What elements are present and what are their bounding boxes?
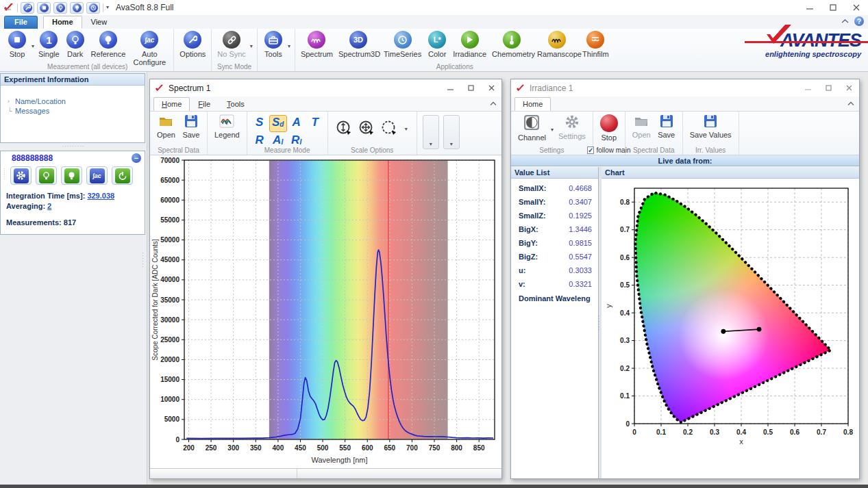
tools-button[interactable]: Tools (260, 30, 286, 59)
collapse-device-button[interactable]: − (132, 153, 141, 163)
spectrum-tab-home[interactable]: Home (153, 97, 190, 111)
raman-wave-icon (548, 31, 566, 49)
options-button[interactable]: Options (177, 30, 208, 59)
app-timeseries-button[interactable]: TimeSeries (381, 30, 424, 59)
irradiance-tab-home[interactable]: Home (514, 97, 551, 111)
sidebar-resize-handle[interactable]: · · · · · · (142, 252, 145, 268)
dark-button[interactable]: Dark (62, 30, 88, 59)
tab-home[interactable]: Home (43, 16, 82, 29)
save-button[interactable]: Save (179, 114, 203, 140)
help-icon[interactable]: ? (854, 16, 864, 26)
extra-dropdown-2[interactable]: ▾ (443, 115, 460, 149)
app-thinfilm-button[interactable]: Thinfilm (580, 30, 612, 59)
close-button[interactable] (845, 0, 868, 15)
quick-access-stop-button[interactable] (37, 2, 51, 14)
scale-zoom-button[interactable] (381, 120, 397, 138)
settings-button[interactable]: Settings (555, 114, 589, 141)
spectrum-titlebar[interactable]: Spectrum 1 (150, 79, 501, 97)
quick-access-autoconfig-button[interactable] (86, 2, 100, 14)
mode-absorbance-button[interactable]: A (288, 115, 306, 132)
ribbon-group-options: Options (174, 29, 212, 71)
irradiance-titlebar[interactable]: Irradiance 1 (511, 79, 859, 97)
spectrum-chart[interactable]: 0500010000150002000025000300003500040000… (150, 155, 501, 468)
avasoft-application: ▾ AvaSoft 8.8 Full File Home View ? Stop… (0, 0, 868, 488)
channel-dropdown-caret[interactable]: ▾ (549, 127, 555, 133)
app-chemometry-button[interactable]: Chemometry (489, 30, 534, 59)
spectrum-chart-area[interactable]: 0500010000150002000025000300003500040000… (150, 155, 501, 468)
minimize-button[interactable] (798, 0, 821, 15)
cie-chromaticity-chart[interactable]: 00.10.20.30.40.50.60.70.800.10.20.30.40.… (602, 179, 858, 450)
svg-text:0.8: 0.8 (620, 198, 630, 206)
open-button[interactable]: Open (153, 114, 179, 140)
checkbox-icon[interactable]: ✓ (587, 146, 594, 154)
minimize-button[interactable] (797, 80, 818, 97)
averaging-value[interactable]: 2 (47, 202, 51, 210)
reference-button[interactable]: Reference (88, 30, 129, 59)
single-button[interactable]: 1Single (36, 30, 62, 59)
quick-access-options-button[interactable] (21, 2, 34, 14)
quick-access-customize-caret[interactable]: ▾ (106, 5, 109, 10)
sync-dropdown-caret[interactable]: ▾ (249, 43, 254, 49)
device-dark-button[interactable] (36, 166, 57, 185)
tree-item-name-location[interactable]: ›Name/Location (8, 97, 140, 106)
open-button[interactable]: Open (629, 114, 654, 140)
tab-view[interactable]: View (82, 16, 116, 29)
legend-button[interactable]: Legend (211, 114, 243, 140)
tree-item-messages[interactable]: └Messages (8, 106, 140, 116)
app-irradiance-button[interactable]: Irradiance (450, 30, 489, 59)
minimize-button[interactable] (440, 80, 460, 97)
app-color-button[interactable]: L*Color (424, 30, 450, 59)
toolbar-collapse-icon[interactable] (490, 99, 497, 107)
spectrum-tab-tools[interactable]: Tools (219, 97, 253, 111)
app-ramanscope-button[interactable]: Ramanscope (534, 30, 580, 59)
expand-icon[interactable]: › (8, 98, 13, 105)
sidebar-splitter[interactable]: ········· (0, 143, 147, 149)
wrench-icon (184, 31, 201, 49)
cie-chart-area[interactable]: 00.10.20.30.40.50.60.70.800.10.20.30.40.… (602, 179, 859, 478)
app-spectrum-button[interactable]: Spectrum (298, 30, 336, 59)
group-measure-mode: S Sd A T R AI RI Measure Mode (247, 112, 328, 155)
device-autoconfig-button[interactable]: ∫ac (86, 166, 108, 185)
device-toolbar-handle[interactable]: · · · · · · (3, 168, 6, 183)
channel-button[interactable]: Channel (514, 114, 549, 142)
save-values-button[interactable]: Save Values (686, 114, 735, 140)
mode-transmittance-button[interactable]: T (306, 115, 324, 132)
app-spectrum3d-button[interactable]: 3DSpectrum3D (336, 30, 381, 59)
quick-access-reference-button[interactable] (70, 2, 84, 14)
value-list-resize-handle[interactable]: · · · · · · (598, 315, 601, 331)
gear-icon (565, 114, 580, 131)
stop-button[interactable]: Stop (4, 30, 30, 59)
no-sync-button[interactable]: No Sync (214, 30, 249, 59)
auto-configure-button[interactable]: ∫acAuto Configure (128, 30, 171, 67)
device-reference-button[interactable] (61, 166, 82, 185)
spectrum-tab-file[interactable]: File (190, 97, 219, 111)
tab-file[interactable]: File (4, 16, 38, 29)
spectrum-statusbar (150, 468, 501, 478)
close-button[interactable] (839, 80, 859, 97)
tools-dropdown-caret[interactable]: ▾ (286, 43, 292, 49)
follow-main-checkbox[interactable]: ✓follow main (593, 146, 625, 154)
irradiance-stop-button[interactable]: Stop (597, 114, 621, 142)
mode-scope-minus-dark-button[interactable]: Sd (269, 115, 287, 132)
bulb-outline-icon (56, 3, 65, 12)
ribbon-collapse-icon[interactable] (841, 17, 849, 25)
close-button[interactable] (481, 80, 501, 97)
scale-vertical-button[interactable] (336, 120, 352, 138)
scale-dropdown-caret[interactable]: ▾ (404, 126, 409, 132)
maximize-button[interactable] (460, 80, 481, 97)
stop-dropdown-caret[interactable]: ▾ (30, 43, 36, 49)
integration-time-value[interactable]: 329.038 (87, 192, 114, 200)
scale-full-button[interactable] (358, 120, 375, 138)
device-settings-button[interactable] (10, 166, 32, 185)
svg-text:0.1: 0.1 (656, 428, 666, 436)
maximize-button[interactable] (821, 0, 845, 15)
toolbar-collapse-icon[interactable] (847, 99, 854, 107)
save-button[interactable]: Save (654, 114, 679, 140)
extra-dropdown-1[interactable]: ▾ (423, 115, 439, 149)
maximize-button[interactable] (818, 80, 839, 97)
mode-scope-button[interactable]: S (251, 115, 269, 132)
device-power-button[interactable] (112, 166, 133, 185)
spectrum-wave-icon (308, 31, 325, 49)
quick-access-dark-button[interactable] (53, 2, 67, 14)
group-label-irr-values: Irr. Values (683, 146, 739, 154)
